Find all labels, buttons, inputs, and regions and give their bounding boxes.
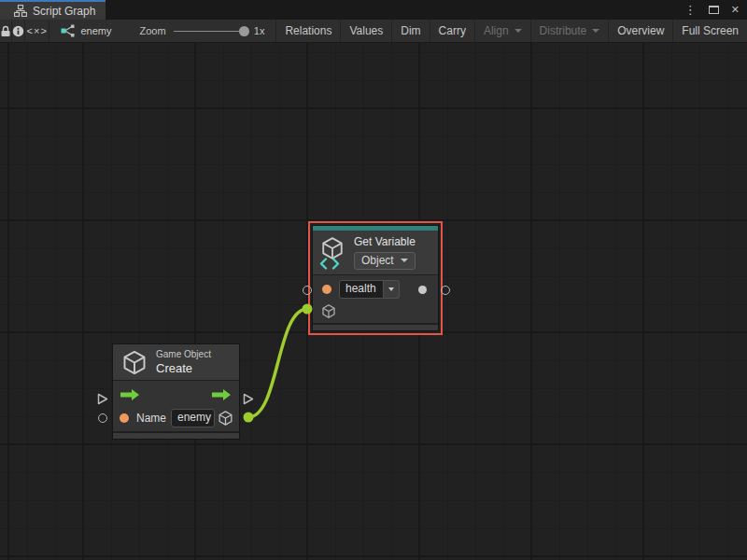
- node-footer: [313, 323, 438, 330]
- variable-name-dropdown[interactable]: [384, 280, 400, 299]
- distribute-button: Distribute: [531, 20, 610, 42]
- get-variable-right-port-circle[interactable]: [441, 286, 450, 295]
- code-brackets-icon: <×>: [27, 25, 48, 36]
- zoom-slider[interactable]: [174, 31, 247, 32]
- name-value-field[interactable]: enemy: [171, 409, 215, 427]
- toolbar: <×> enemy Zoom 1x Relations Values Dim C…: [0, 20, 747, 43]
- gameobject-output-port[interactable]: [218, 410, 233, 427]
- hierarchy-icon: [14, 5, 27, 17]
- more-icon[interactable]: ⋮: [684, 4, 697, 16]
- get-variable-left-port-circle[interactable]: [303, 286, 312, 295]
- chevron-down-icon: [514, 29, 522, 33]
- values-button[interactable]: Values: [341, 20, 392, 42]
- info-button[interactable]: [12, 20, 25, 42]
- code-icon: [318, 258, 341, 270]
- carry-button[interactable]: Carry: [430, 20, 475, 42]
- tab-label: Script Graph: [33, 5, 95, 18]
- zoom-slider-handle[interactable]: [239, 26, 249, 36]
- variable-name-field[interactable]: health: [339, 280, 384, 299]
- node-footer: [113, 431, 239, 439]
- relations-button[interactable]: Relations: [276, 20, 341, 42]
- align-button: Align: [475, 20, 531, 42]
- titlebar: Script Graph ⋮ ✕: [0, 0, 747, 20]
- dim-button[interactable]: Dim: [392, 20, 430, 42]
- variable-cube-icon: [320, 236, 346, 270]
- chevron-down-icon: [592, 29, 599, 33]
- node-create-gameobject[interactable]: Game Object Create Name enem: [112, 343, 240, 440]
- node-get-variable[interactable]: Get Variable Object health: [308, 221, 443, 335]
- wire-start-dot: [244, 413, 254, 423]
- create-left-port-circle[interactable]: [98, 413, 107, 423]
- node-title: Get Variable: [354, 235, 416, 248]
- graph-info-section: enemy Zoom 1x: [49, 20, 276, 42]
- name-input-port[interactable]: [120, 413, 129, 423]
- zoom-value: 1x: [254, 25, 265, 36]
- chevron-down-icon: [388, 287, 394, 291]
- node-category: Game Object: [156, 349, 211, 359]
- close-icon[interactable]: ✕: [731, 5, 740, 15]
- window-controls: ⋮ ✕: [684, 0, 740, 20]
- create-flow-in-triangle[interactable]: [97, 392, 108, 409]
- name-input-port[interactable]: [322, 285, 331, 294]
- lock-button[interactable]: [0, 20, 12, 42]
- graph-icon: [61, 24, 75, 37]
- value-output-port[interactable]: [418, 286, 427, 294]
- info-icon: [12, 25, 24, 37]
- variable-scope-dropdown[interactable]: Object: [354, 252, 416, 270]
- flow-input-arrow[interactable]: [120, 389, 140, 400]
- graph-name: enemy: [80, 25, 111, 36]
- tab-script-graph[interactable]: Script Graph: [0, 0, 106, 20]
- script-graph-window: Script Graph ⋮ ✕: [0, 0, 747, 560]
- node-title: Create: [156, 361, 211, 375]
- lock-icon: [0, 25, 11, 37]
- fullscreen-button[interactable]: Full Screen: [673, 20, 747, 42]
- create-flow-out-triangle[interactable]: [243, 392, 254, 409]
- gameobject-input-port[interactable]: [321, 303, 336, 319]
- graph-canvas[interactable]: Get Variable Object health: [0, 43, 747, 560]
- edit-graph-button[interactable]: <×>: [25, 20, 49, 42]
- overview-button[interactable]: Overview: [609, 20, 673, 42]
- name-input-label: Name: [136, 412, 166, 425]
- gameobject-cube-icon: [121, 349, 148, 376]
- chevron-down-icon: [401, 259, 408, 262]
- flow-output-arrow[interactable]: [212, 389, 232, 400]
- maximize-icon[interactable]: [709, 6, 719, 14]
- zoom-label: Zoom: [139, 25, 165, 36]
